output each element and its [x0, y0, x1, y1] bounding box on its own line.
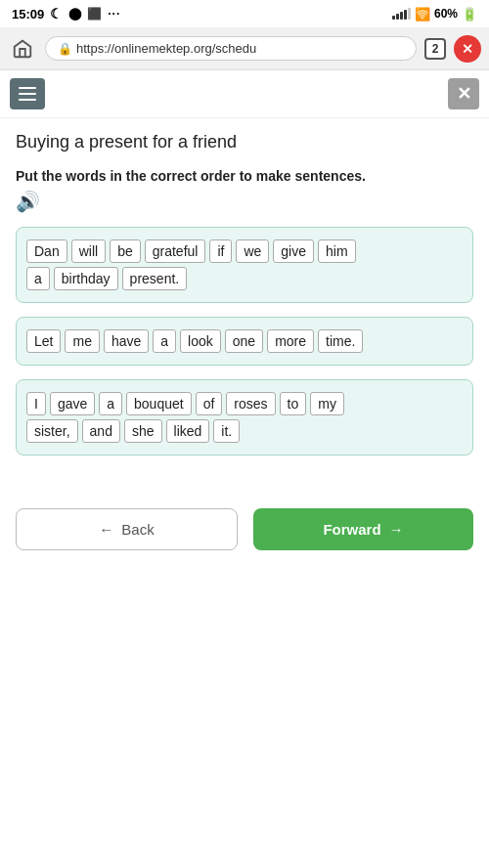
toolbar: ✕ [0, 70, 489, 118]
instruction-text: Put the words in the correct order to ma… [16, 168, 473, 184]
word-token[interactable]: roses [226, 392, 275, 415]
word-token[interactable]: have [104, 329, 149, 353]
sentence-0-line-0: Danwillbegratefulifwegivehim [26, 239, 463, 263]
tab-badge[interactable]: 2 [424, 38, 446, 60]
forward-button[interactable]: Forward → [253, 508, 473, 550]
word-token[interactable]: a [26, 267, 50, 290]
forward-arrow-icon: → [389, 521, 404, 538]
word-token[interactable]: I [26, 392, 46, 415]
word-token[interactable]: liked [166, 419, 210, 443]
word-token[interactable]: we [236, 239, 269, 263]
word-token[interactable]: it. [213, 419, 240, 443]
word-token[interactable]: Let [26, 329, 61, 353]
word-token[interactable]: gave [50, 392, 95, 415]
word-token[interactable]: time. [318, 329, 363, 353]
url-text: https://onlinemektep.org/schedu [76, 41, 256, 56]
notification-icon: ☾ [50, 6, 63, 22]
word-token[interactable]: of [196, 392, 223, 415]
word-token[interactable]: present. [122, 267, 188, 290]
word-token[interactable]: birthday [54, 267, 118, 290]
url-bar[interactable]: 🔒 https://onlinemektep.org/schedu [45, 36, 417, 61]
back-label: Back [121, 521, 154, 538]
sentence-box-2: Igaveabouquetofrosestomysister,andshelik… [16, 379, 473, 456]
menu-button[interactable] [10, 78, 45, 109]
word-token[interactable]: to [280, 392, 307, 415]
home-button[interactable] [8, 34, 37, 64]
nav-bar: ← Back Forward → [0, 493, 489, 566]
word-token[interactable]: him [318, 239, 356, 263]
status-time: 15:09 [12, 7, 44, 22]
battery-icon: 🔋 [462, 7, 477, 22]
signal-bars [392, 8, 411, 20]
word-token[interactable]: if [209, 239, 232, 263]
page-title: Buying a present for a friend [16, 132, 473, 152]
word-token[interactable]: give [273, 239, 314, 263]
wifi-icon: 🛜 [415, 7, 430, 22]
word-token[interactable]: sister, [26, 419, 78, 443]
word-token[interactable]: she [124, 419, 162, 443]
sentence-box-0: Danwillbegratefulifwegivehimabirthdaypre… [16, 227, 473, 303]
circle-icon: ⬤ [68, 7, 81, 21]
word-token[interactable]: will [71, 239, 106, 263]
lock-icon: 🔒 [58, 42, 72, 56]
audio-button[interactable]: 🔊 [16, 190, 473, 213]
content-area: Buying a present for a friend Put the wo… [0, 118, 489, 483]
sentence-box-1: Letmehavealookonemoretime. [16, 317, 473, 366]
forward-label: Forward [323, 521, 380, 538]
dots-icon: ··· [108, 7, 120, 21]
word-token[interactable]: look [180, 329, 221, 353]
status-bar: 15:09 ☾ ⬤ ⬛ ··· 🛜 60% 🔋 [0, 0, 489, 27]
record-icon: ⬛ [87, 7, 102, 21]
back-arrow-icon: ← [99, 521, 113, 538]
battery-label: 60% [434, 7, 458, 21]
word-token[interactable]: one [225, 329, 263, 353]
word-token[interactable]: more [267, 329, 314, 353]
word-token[interactable]: and [82, 419, 120, 443]
back-button[interactable]: ← Back [16, 508, 238, 550]
word-token[interactable]: be [110, 239, 141, 263]
browser-close-button[interactable]: ✕ [454, 35, 481, 63]
word-token[interactable]: a [99, 392, 122, 415]
sentence-2-line-0: Igaveabouquetofrosestomy [26, 392, 463, 415]
sentence-1-line-0: Letmehavealookonemoretime. [26, 329, 463, 353]
word-token[interactable]: grateful [145, 239, 206, 263]
word-token[interactable]: my [310, 392, 344, 415]
sentences-container: Danwillbegratefulifwegivehimabirthdaypre… [16, 227, 473, 456]
sentence-2-line-1: sister,andshelikedit. [26, 419, 463, 443]
word-token[interactable]: a [153, 329, 176, 353]
word-token[interactable]: bouquet [126, 392, 192, 415]
word-token[interactable]: me [65, 329, 99, 353]
sentence-0-line-1: abirthdaypresent. [26, 267, 463, 290]
browser-bar: 🔒 https://onlinemektep.org/schedu 2 ✕ [0, 27, 489, 70]
word-token[interactable]: Dan [26, 239, 67, 263]
close-button[interactable]: ✕ [448, 78, 479, 109]
